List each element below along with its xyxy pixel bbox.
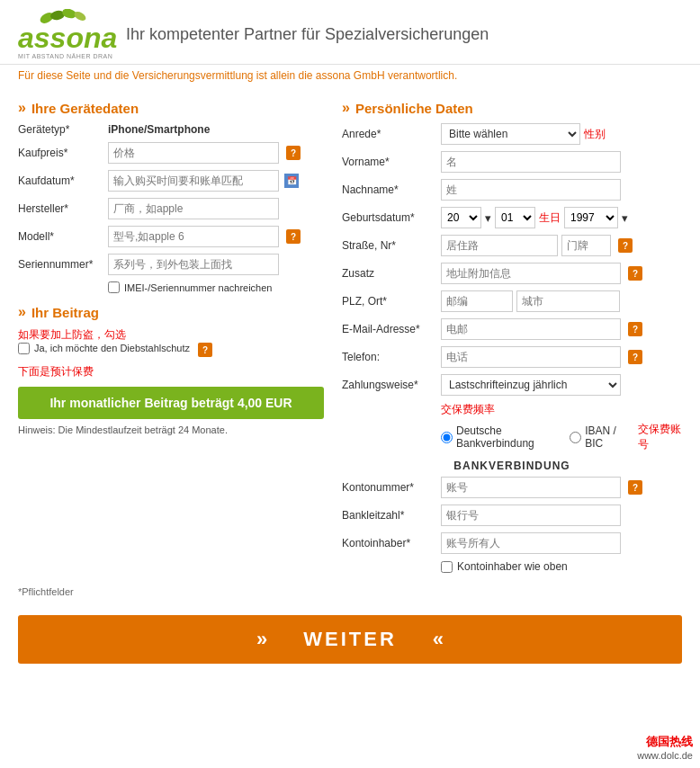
footer-weiter-label: WEITER	[303, 628, 397, 651]
modell-row: Modell* ?	[18, 226, 324, 247]
watermark-url: www.dolc.de	[637, 750, 693, 761]
theft-cn1: 如果要加上防盗，勾选	[18, 328, 126, 341]
zusatz-help-icon[interactable]: ?	[628, 266, 642, 281]
modell-help-icon[interactable]: ?	[286, 229, 301, 244]
kontoinhaber-input[interactable]	[441, 532, 621, 554]
kontonummer-label: Kontonummer*	[342, 481, 441, 494]
kontoinhaber-check-row: Kontoinhaber wie oben	[441, 560, 682, 573]
anrede-row: Anrede* Bitte wählen 性别	[342, 123, 682, 145]
bank-radio-group: Deutsche Bankverbindung IBAN / BIC 交保费账号	[441, 422, 682, 452]
birth-mm-select[interactable]: 01	[495, 207, 535, 228]
telefon-input[interactable]	[441, 346, 621, 368]
kaufpreis-help-icon[interactable]: ?	[286, 146, 301, 160]
watermark: 德国热线 www.dolc.de	[637, 734, 693, 761]
zahlungsweise-select[interactable]: Lastschrifteinzug jährlich	[441, 374, 621, 396]
seriennummer-input[interactable]	[108, 254, 279, 275]
address-group: ?	[441, 235, 633, 256]
bank-cn: 交保费账号	[638, 422, 682, 452]
telefon-row: Telefon: ?	[342, 346, 682, 368]
plz-row: PLZ, Ort*	[342, 290, 682, 312]
header: assona MIT ABSTAND NÄHER DRAN Ihr kompet…	[0, 0, 700, 65]
nr-input[interactable]	[561, 235, 611, 256]
zahlungsweise-cn-row: 交保费频率	[441, 402, 682, 417]
bankleitzahl-label: Bankleitzahl*	[342, 509, 441, 522]
bank-radio-deutsche-input[interactable]	[441, 432, 453, 443]
kontoinhaber-row: Kontoinhaber*	[342, 532, 682, 554]
birth-yyyy-select[interactable]: 1997	[564, 207, 618, 228]
kaufpreis-row: Kaufpreis* ?	[18, 142, 324, 164]
right-column: » Persönliche Daten Anrede* Bitte wählen…	[342, 89, 682, 577]
zusatz-input[interactable]	[441, 263, 621, 284]
beitrag-button[interactable]: Ihr monatlicher Beitrag beträgt 4,00 EUR	[18, 387, 324, 419]
kontonummer-input[interactable]	[441, 477, 621, 498]
theft-help-icon[interactable]: ?	[198, 343, 212, 357]
footer-nav[interactable]: » WEITER «	[18, 615, 682, 664]
theft-checkbox[interactable]	[18, 343, 30, 354]
beitrag-header: » Ihr Beitrag	[18, 304, 324, 320]
kontonummer-help-icon[interactable]: ?	[628, 480, 642, 495]
email-input[interactable]	[441, 318, 621, 340]
calendar-icon[interactable]: 📅	[284, 174, 299, 188]
bank-radio-iban: IBAN / BIC	[570, 424, 624, 450]
zahlungsweise-cn: 交保费频率	[441, 403, 495, 415]
anrede-group: Bitte wählen 性别	[441, 123, 606, 145]
disclaimer: Für diese Seite und die Versicherungsver…	[0, 65, 700, 89]
hinweis-text: Hinweis: Die Mindestlaufzeit beträgt 24 …	[18, 424, 324, 435]
anrede-select[interactable]: Bitte wählen	[441, 123, 580, 145]
plz-group	[441, 290, 620, 312]
hersteller-input[interactable]	[108, 198, 279, 219]
vorname-row: Vorname*	[342, 151, 682, 173]
page-wrapper: assona MIT ABSTAND NÄHER DRAN Ihr kompet…	[0, 0, 700, 768]
kaufpreis-label: Kaufpreis*	[18, 147, 108, 159]
kaufpreis-input[interactable]	[108, 142, 279, 164]
email-help-icon[interactable]: ?	[628, 322, 642, 336]
email-row: E-Mail-Adresse* ?	[342, 318, 682, 340]
kontoinhaber-label: Kontoinhaber*	[342, 537, 441, 549]
strasse-input[interactable]	[441, 235, 558, 256]
kaufdatum-input[interactable]	[108, 170, 279, 192]
seriennummer-group	[108, 254, 279, 275]
persoenliche-chevrons-icon: »	[342, 100, 350, 116]
kaufpreis-group: ?	[108, 142, 301, 164]
seriennummer-label: Seriennummer*	[18, 258, 108, 271]
theft-label: Ja, ich möchte den Diebstahlschutz	[34, 343, 190, 353]
zahlungsweise-row: Zahlungsweise* Lastschrifteinzug jährlic…	[342, 374, 682, 396]
plz-input[interactable]	[441, 290, 513, 312]
strasse-help-icon[interactable]: ?	[618, 238, 633, 253]
strasse-row: Straße, Nr* ?	[342, 235, 682, 256]
geraetedaten-header: » Ihre Gerätedaten	[18, 100, 324, 116]
imei-label: IMEI-/Seriennummer nachreichen	[124, 282, 272, 293]
logo-image: assona MIT ABSTAND NÄHER DRAN	[18, 9, 117, 59]
plz-label: PLZ, Ort*	[342, 295, 441, 308]
modell-input[interactable]	[108, 226, 279, 247]
imei-checkbox[interactable]	[108, 281, 120, 293]
theft-cn2-annotation: 下面是预计保费	[18, 364, 324, 380]
seriennummer-row: Seriennummer*	[18, 254, 324, 275]
bank-radio-deutsche-label: Deutsche Bankverbindung	[456, 424, 556, 450]
ort-input[interactable]	[516, 290, 620, 312]
date-separator1: ▾	[485, 211, 491, 225]
bankleitzahl-row: Bankleitzahl*	[342, 505, 682, 526]
nachname-input[interactable]	[441, 179, 621, 201]
beitrag-title: Ihr Beitrag	[31, 305, 99, 320]
bank-radio-iban-input[interactable]	[570, 432, 581, 443]
vorname-input[interactable]	[441, 151, 621, 173]
logo-subtitle: MIT ABSTAND NÄHER DRAN	[18, 53, 112, 59]
kontoinhaber-checkbox[interactable]	[441, 561, 453, 573]
anrede-cn: 性别	[584, 127, 606, 142]
watermark-cn-text: 德国热线	[637, 734, 693, 750]
bankleitzahl-input[interactable]	[441, 505, 621, 526]
zahlungsweise-label: Zahlungsweise*	[342, 379, 441, 391]
bank-radio-deutsche: Deutsche Bankverbindung	[441, 424, 556, 450]
hersteller-label: Hersteller*	[18, 202, 108, 215]
kaufdatum-row: Kaufdatum* 📅	[18, 170, 324, 192]
beitrag-section: » Ihr Beitrag 如果要加上防盗，勾选 Ja, ich möchte …	[18, 304, 324, 435]
left-column: » Ihre Gerätedaten Gerätetyp* iPhone/Sma…	[18, 89, 324, 577]
date-group: 20 ▾ 01 生日 1997 ▾	[441, 207, 628, 228]
birth-dd-select[interactable]: 20	[441, 207, 481, 228]
kaufdatum-label: Kaufdatum*	[18, 174, 108, 187]
telefon-help-icon[interactable]: ?	[628, 350, 642, 364]
email-group: ?	[441, 318, 642, 340]
kaufdatum-group: 📅	[108, 170, 299, 192]
logo-container: assona MIT ABSTAND NÄHER DRAN	[18, 9, 117, 59]
